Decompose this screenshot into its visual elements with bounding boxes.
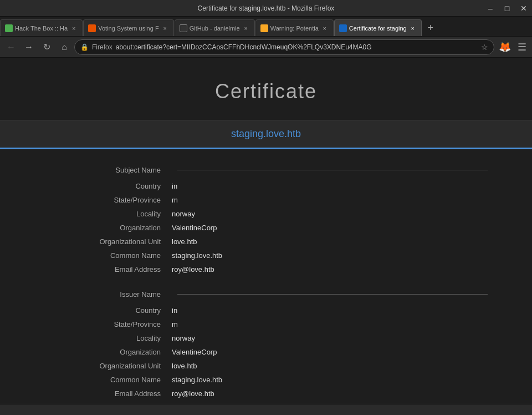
back-button[interactable]: ← [3, 39, 19, 55]
issuer-org-row: Organization ValentineCorp [44, 348, 488, 356]
new-tab-button[interactable]: + [422, 19, 439, 36]
status-bar [0, 404, 532, 415]
page-title: Certificate [0, 58, 532, 120]
issuer-orgunit-label: Organizational Unit [44, 362, 172, 370]
tab-voting[interactable]: Voting System using F× [83, 19, 173, 36]
forward-button[interactable]: → [21, 39, 37, 55]
tab-bar: Hack The Box :: Ha×Voting System using F… [0, 17, 532, 37]
voting-tab-label: Voting System using F [98, 25, 158, 32]
warning-tab-label: Warning: Potentia [270, 25, 319, 32]
lock-icon: 🔒 [80, 43, 89, 51]
subject-name-label: Subject Name [44, 166, 172, 174]
subject-orgunit-row: Organizational Unit love.htb [44, 237, 488, 246]
issuer-header: Issuer Name [44, 290, 488, 298]
subject-country-value: in [172, 182, 177, 190]
subject-country-label: Country [44, 182, 172, 190]
bookmark-icon[interactable]: ☆ [481, 43, 488, 52]
subject-locality-label: Locality [44, 210, 172, 218]
issuer-locality-label: Locality [44, 334, 172, 342]
domain-name: staging.love.htb [231, 128, 301, 139]
issuer-state-value: m [172, 320, 178, 328]
subject-orgunit-label: Organizational Unit [44, 237, 172, 246]
home-button[interactable]: ⌂ [57, 39, 72, 55]
subject-commonname-value: staging.love.htb [172, 251, 222, 260]
window-controls: – □ ✕ [482, 0, 532, 17]
url-display: about:certificate?cert=MIIDozCCAosCFFhDH… [116, 43, 478, 51]
subject-org-row: Organization ValentineCorp [44, 224, 488, 232]
hamburger-menu-button[interactable]: ☰ [515, 41, 529, 53]
issuer-email-value: roy@love.htb [172, 389, 214, 398]
subject-locality-row: Locality norway [44, 210, 488, 218]
issuer-divider [177, 294, 488, 295]
issuer-commonname-value: staging.love.htb [172, 376, 222, 384]
subject-email-label: Email Address [44, 265, 172, 274]
warning-tab-icon [260, 24, 268, 32]
address-bar: ← → ↻ ⌂ 🔒 Firefox about:certificate?cert… [0, 37, 532, 58]
subject-country-row: Country in [44, 182, 488, 190]
issuer-state-row: State/Province m [44, 320, 488, 328]
github-tab-label: GitHub - danielmie [190, 25, 240, 32]
certificate-body: Subject Name Country in State/Province m… [0, 166, 532, 398]
issuer-locality-row: Locality norway [44, 334, 488, 342]
htb-tab-close[interactable]: × [70, 24, 78, 32]
subject-state-label: State/Province [44, 196, 172, 204]
issuer-org-label: Organization [44, 348, 172, 356]
subject-email-value: roy@love.htb [172, 265, 214, 274]
subject-state-value: m [172, 196, 178, 204]
issuer-country-value: in [172, 306, 177, 315]
subject-email-row: Email Address roy@love.htb [44, 265, 488, 274]
tab-warning[interactable]: Warning: Potentia× [255, 19, 334, 36]
tab-cert[interactable]: Certificate for staging× [334, 19, 422, 36]
main-content: Certificate staging.love.htb Subject Nam… [0, 58, 532, 404]
issuer-commonname-row: Common Name staging.love.htb [44, 376, 488, 384]
voting-tab-icon [88, 24, 96, 32]
subject-org-label: Organization [44, 224, 172, 232]
issuer-orgunit-row: Organizational Unit love.htb [44, 362, 488, 370]
reload-button[interactable]: ↻ [39, 39, 54, 55]
htb-tab-label: Hack The Box :: Ha [15, 25, 68, 32]
firefox-icon: 🦊 [497, 41, 513, 53]
minimize-button[interactable]: – [482, 0, 499, 17]
subject-section: Subject Name Country in State/Province m… [44, 166, 488, 274]
cert-tab-icon [339, 24, 347, 32]
issuer-country-row: Country in [44, 306, 488, 315]
issuer-email-row: Email Address roy@love.htb [44, 389, 488, 398]
subject-orgunit-value: love.htb [172, 237, 197, 246]
browser-label: Firefox [92, 43, 112, 51]
subject-locality-value: norway [172, 210, 195, 218]
subject-commonname-label: Common Name [44, 251, 172, 260]
tab-github[interactable]: GitHub - danielmie× [175, 19, 255, 36]
htb-tab-icon [5, 24, 13, 32]
issuer-orgunit-value: love.htb [172, 362, 197, 370]
issuer-name-label: Issuer Name [44, 290, 172, 298]
issuer-locality-value: norway [172, 334, 195, 342]
warning-tab-close[interactable]: × [321, 24, 329, 32]
issuer-email-label: Email Address [44, 389, 172, 398]
title-bar: Certificate for staging.love.htb - Mozil… [0, 0, 532, 17]
issuer-country-label: Country [44, 306, 172, 315]
issuer-commonname-label: Common Name [44, 376, 172, 384]
address-field[interactable]: 🔒 Firefox about:certificate?cert=MIIDozC… [74, 39, 494, 55]
subject-state-row: State/Province m [44, 196, 488, 204]
github-tab-icon [180, 24, 187, 32]
subject-header: Subject Name [44, 166, 488, 174]
cert-tab-label: Certificate for staging [349, 25, 407, 32]
tab-htb[interactable]: Hack The Box :: Ha× [0, 19, 83, 36]
maximize-button[interactable]: □ [499, 0, 515, 17]
subject-divider [177, 170, 488, 170]
voting-tab-close[interactable]: × [161, 24, 169, 32]
issuer-section: Issuer Name Country in State/Province m … [44, 290, 488, 398]
subject-commonname-row: Common Name staging.love.htb [44, 251, 488, 260]
github-tab-close[interactable]: × [242, 24, 250, 32]
window-title: Certificate for staging.love.htb - Mozil… [198, 4, 335, 12]
subject-org-value: ValentineCorp [172, 224, 217, 232]
close-button[interactable]: ✕ [515, 0, 532, 17]
domain-bar: staging.love.htb [0, 120, 532, 149]
cert-tab-close[interactable]: × [409, 24, 417, 32]
issuer-org-value: ValentineCorp [172, 348, 217, 356]
issuer-state-label: State/Province [44, 320, 172, 328]
